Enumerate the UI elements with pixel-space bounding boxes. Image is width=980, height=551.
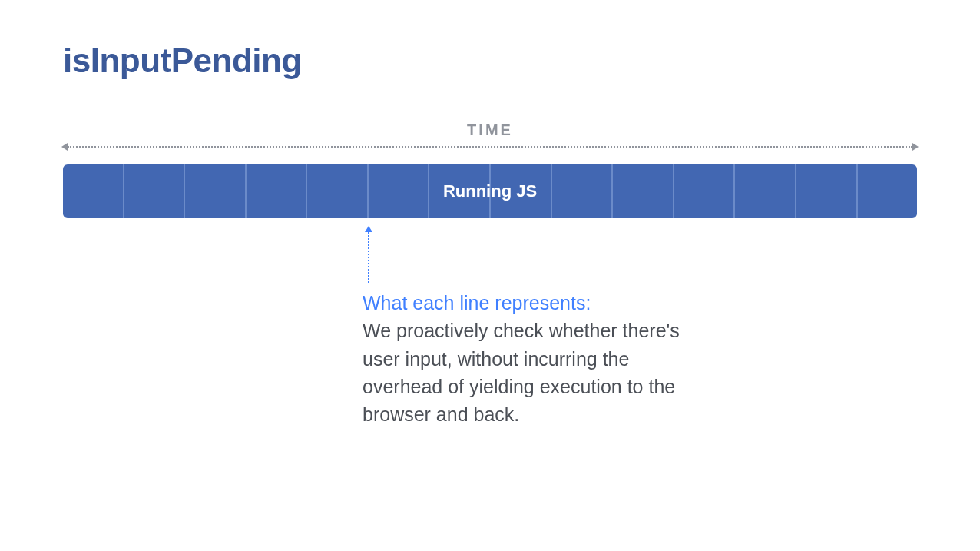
- time-axis-label: TIME: [63, 121, 917, 139]
- annotation-pointer: [368, 224, 369, 283]
- bar-segment: [63, 164, 124, 218]
- bar-segment: [674, 164, 736, 218]
- timeline-axis: [63, 143, 917, 151]
- bar-segment: [429, 164, 491, 218]
- bar-segment: [613, 164, 674, 218]
- bar-segment: [796, 164, 858, 218]
- arrow-up-icon: [365, 226, 372, 232]
- bar-segment: [185, 164, 247, 218]
- arrow-right-icon: [912, 143, 919, 151]
- pointer-line: [368, 232, 369, 283]
- running-js-bar: [63, 164, 917, 218]
- annotation-body: We proactively check whether there's use…: [363, 320, 680, 425]
- slide: isInputPending TIME Running JS What each…: [0, 0, 980, 551]
- page-title: isInputPending: [63, 41, 302, 80]
- bar-segment: [552, 164, 614, 218]
- annotation-text: What each line represents: We proactivel…: [363, 289, 685, 428]
- bar-segment: [369, 164, 430, 218]
- timeline-dots: [68, 146, 912, 148]
- annotation-lead: What each line represents:: [363, 292, 591, 314]
- bar-segment: [858, 164, 917, 218]
- bar-segment: [307, 164, 369, 218]
- bar-segment: [247, 164, 308, 218]
- bar-segment: [491, 164, 552, 218]
- arrow-left-icon: [61, 143, 68, 151]
- bar-segment: [735, 164, 796, 218]
- bar-segment: [124, 164, 186, 218]
